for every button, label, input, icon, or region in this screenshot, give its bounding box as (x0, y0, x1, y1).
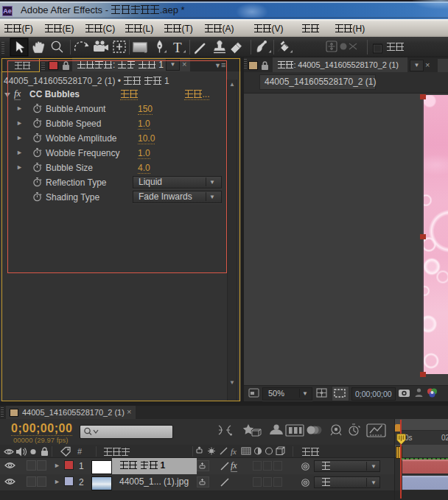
svg-text:fx: fx (231, 447, 237, 456)
svg-text:T: T (173, 40, 182, 55)
